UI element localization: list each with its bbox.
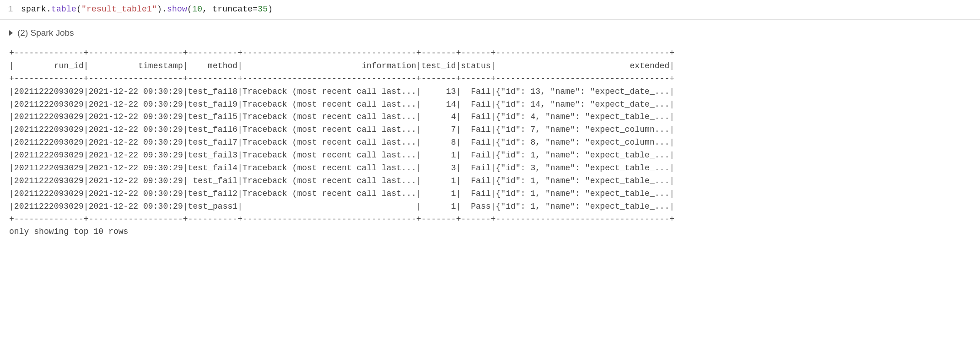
code-token: table (51, 5, 76, 14)
spark-jobs-toggle[interactable]: (2) Spark Jobs (9, 28, 971, 38)
code-token: "result_table1" (81, 5, 157, 14)
code-token: ) (268, 5, 273, 14)
code-content[interactable]: spark.table("result_table1").show(10, tr… (21, 5, 273, 14)
code-token: , truncate= (202, 5, 258, 14)
result-table: +--------------+-------------------+----… (9, 47, 971, 238)
code-token: show (167, 5, 187, 14)
spark-jobs-label: (2) Spark Jobs (17, 28, 74, 38)
line-number: 1 (0, 5, 21, 14)
caret-right-icon (9, 30, 13, 36)
code-token: ( (187, 5, 192, 14)
output-area: (2) Spark Jobs +--------------+---------… (0, 20, 980, 243)
code-token: ). (157, 5, 167, 14)
code-token: spark. (21, 5, 51, 14)
code-cell[interactable]: 1 spark.table("result_table1").show(10, … (0, 0, 980, 20)
code-token: ( (76, 5, 81, 14)
code-token: 35 (258, 5, 268, 14)
code-token: 10 (192, 5, 202, 14)
